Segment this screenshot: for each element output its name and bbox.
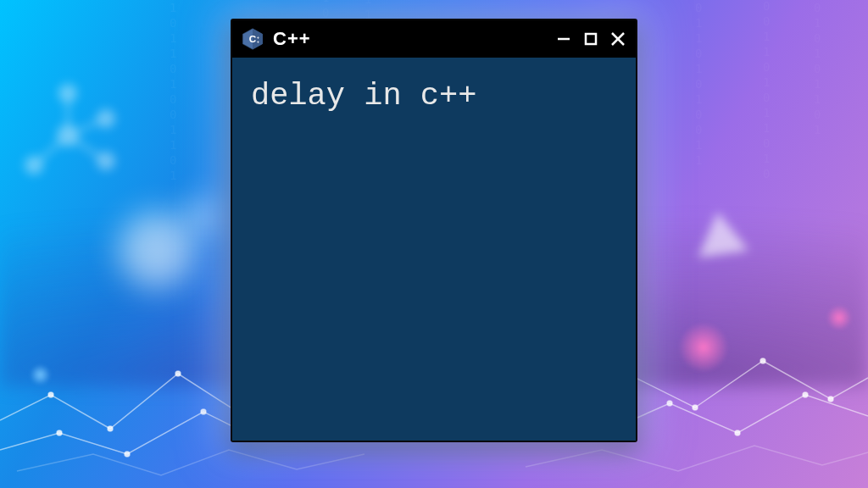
binary-decoration: 0 1 1 0 1 0 1 0 0 1 1 <box>695 0 704 168</box>
binary-decoration: 1 0 0 1 1 0 1 0 1 1 0 1 0 <box>763 0 771 181</box>
lens-flare-decoration <box>30 364 51 385</box>
maximize-button[interactable] <box>581 30 600 48</box>
svg-point-5 <box>60 86 75 101</box>
svg-rect-29 <box>586 34 596 44</box>
svg-point-11 <box>175 371 181 376</box>
svg-point-9 <box>48 392 53 397</box>
lens-flare-decoration <box>826 305 852 330</box>
svg-point-15 <box>201 409 206 414</box>
svg-text:+: + <box>257 40 259 44</box>
svg-point-21 <box>735 430 740 435</box>
blur-circle-decoration <box>186 199 220 233</box>
terminal-window: C + + C++ delay in c++ <box>231 19 637 442</box>
binary-decoration: 0 1 0 1 0 1 1 0 1 <box>814 0 822 137</box>
svg-point-8 <box>26 158 42 173</box>
svg-point-10 <box>108 426 113 431</box>
svg-point-6 <box>98 111 114 126</box>
svg-point-20 <box>667 401 672 406</box>
terminal-content[interactable]: delay in c++ <box>232 58 636 441</box>
svg-point-4 <box>58 126 77 145</box>
code-text: delay in c++ <box>251 78 617 114</box>
window-controls <box>554 30 627 48</box>
window-titlebar[interactable]: C + + C++ <box>232 20 636 58</box>
window-title: C++ <box>273 28 546 50</box>
svg-point-22 <box>803 392 808 397</box>
svg-point-17 <box>693 405 698 410</box>
cpp-logo-icon: C + + <box>241 27 264 51</box>
svg-point-18 <box>760 358 765 363</box>
close-button[interactable] <box>609 30 627 48</box>
svg-point-14 <box>125 452 130 457</box>
minimize-button[interactable] <box>554 30 573 48</box>
molecule-decoration <box>8 76 127 195</box>
lens-flare-decoration <box>678 322 729 373</box>
svg-text:C: C <box>249 33 257 44</box>
binary-decoration: 1 0 1 1 0 1 0 0 1 1 0 1 <box>170 0 178 183</box>
svg-point-19 <box>828 396 833 402</box>
svg-point-7 <box>98 153 114 169</box>
svg-point-13 <box>57 430 62 435</box>
